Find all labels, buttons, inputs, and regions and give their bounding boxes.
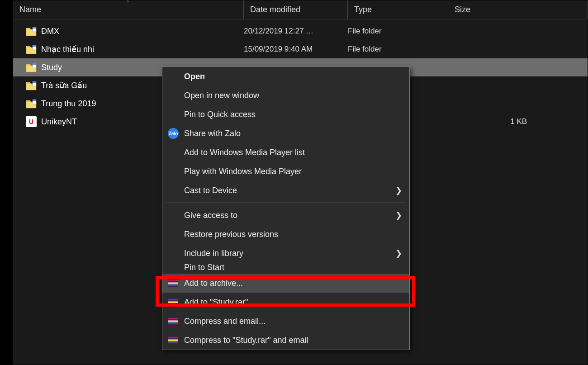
menu-label: Open in new window bbox=[184, 91, 259, 100]
menu-label: Pin to Start bbox=[184, 263, 224, 272]
context-menu-item-partial[interactable]: Pin to Start bbox=[162, 263, 409, 274]
svg-rect-21 bbox=[168, 318, 178, 319]
context-menu-item[interactable]: Open bbox=[162, 67, 409, 86]
svg-rect-13 bbox=[168, 283, 178, 284]
svg-rect-18 bbox=[168, 302, 178, 303]
context-menu-item[interactable]: Compress and email... bbox=[162, 312, 409, 331]
submenu-arrow-icon: ❯ bbox=[395, 248, 402, 258]
menu-label: Restore previous versions bbox=[184, 230, 278, 239]
context-menu-item[interactable]: Play with Windows Media Player bbox=[162, 162, 409, 181]
menu-label: Add to archive... bbox=[184, 279, 243, 288]
file-name: ĐMX bbox=[41, 27, 59, 36]
context-menu-item[interactable]: Cast to Device❯ bbox=[162, 181, 409, 200]
menu-label: Give access to bbox=[184, 211, 237, 220]
svg-rect-24 bbox=[168, 322, 178, 323]
file-row[interactable]: ĐMX20/12/2019 12:27 …File folder bbox=[13, 22, 588, 40]
zalo-icon: Zalo bbox=[167, 128, 180, 139]
svg-rect-23 bbox=[168, 321, 178, 322]
context-menu-item[interactable]: Add to "Study.rar" bbox=[162, 293, 409, 312]
col-header-date[interactable]: Date modified bbox=[244, 0, 348, 19]
menu-label: Pin to Quick access bbox=[184, 110, 256, 119]
winrar-icon bbox=[167, 317, 180, 326]
folder-icon bbox=[26, 99, 37, 109]
context-menu-item[interactable]: Pin to Quick access bbox=[162, 105, 409, 124]
svg-rect-12 bbox=[168, 282, 178, 283]
menu-label: Include in library bbox=[184, 249, 243, 258]
svg-rect-16 bbox=[168, 299, 178, 300]
svg-rect-14 bbox=[168, 284, 178, 285]
menu-label: Play with Windows Media Player bbox=[184, 167, 302, 176]
folder-icon bbox=[26, 81, 37, 90]
file-type: File folder bbox=[348, 45, 448, 54]
file-date: 20/12/2019 12:27 … bbox=[244, 27, 348, 36]
folder-icon bbox=[26, 44, 37, 54]
svg-rect-22 bbox=[168, 320, 178, 321]
file-name: Nhạc thiếu nhi bbox=[41, 44, 94, 54]
col-header-size[interactable]: Size bbox=[448, 0, 588, 19]
context-menu-item[interactable]: Restore previous versions bbox=[162, 225, 409, 244]
context-menu-item[interactable]: Add to Windows Media Player list bbox=[162, 143, 409, 162]
file-name: Study bbox=[41, 63, 62, 72]
column-headers: ˄ Name Date modified Type Size bbox=[13, 0, 588, 19]
svg-rect-26 bbox=[168, 337, 178, 338]
svg-rect-29 bbox=[168, 341, 178, 342]
file-type: File folder bbox=[348, 27, 448, 36]
file-size: 1 KB bbox=[448, 117, 588, 126]
folder-icon bbox=[26, 26, 37, 36]
context-menu-item[interactable]: Add to archive... bbox=[162, 274, 409, 293]
context-menu-item[interactable]: ZaloShare with Zalo bbox=[162, 124, 409, 143]
context-menu-item[interactable]: Open in new window bbox=[162, 86, 409, 105]
svg-rect-3 bbox=[33, 45, 36, 47]
file-row[interactable]: Nhạc thiếu nhi15/09/2019 9:40 AMFile fol… bbox=[13, 40, 588, 58]
menu-label: Add to Windows Media Player list bbox=[184, 148, 305, 157]
svg-rect-17 bbox=[168, 301, 178, 302]
menu-label: Share with Zalo bbox=[184, 129, 241, 138]
menu-label: Cast to Device bbox=[184, 186, 237, 195]
svg-rect-7 bbox=[33, 81, 36, 83]
col-header-type[interactable]: Type bbox=[348, 0, 448, 19]
menu-label: Compress to "Study.rar" and email bbox=[184, 336, 308, 345]
file-date: 15/09/2019 9:40 AM bbox=[244, 45, 348, 54]
svg-rect-9 bbox=[33, 100, 36, 101]
winrar-icon bbox=[167, 279, 180, 288]
winrar-icon bbox=[167, 336, 180, 345]
submenu-arrow-icon: ❯ bbox=[395, 185, 402, 195]
winrar-icon bbox=[167, 298, 180, 307]
context-menu-item[interactable]: Give access to❯ bbox=[162, 206, 409, 225]
file-name: UnikeyNT bbox=[41, 117, 77, 127]
file-name: Trà sữa Gấu bbox=[41, 81, 87, 90]
svg-rect-11 bbox=[168, 280, 178, 281]
context-menu-separator bbox=[166, 203, 406, 203]
svg-rect-27 bbox=[168, 339, 178, 340]
svg-rect-5 bbox=[33, 63, 36, 65]
menu-label: Open bbox=[184, 72, 205, 81]
context-menu-item[interactable]: Include in library❯ bbox=[162, 244, 409, 263]
svg-rect-1 bbox=[33, 27, 36, 28]
svg-rect-28 bbox=[168, 340, 178, 341]
svg-rect-19 bbox=[168, 303, 178, 304]
context-menu-item[interactable]: Compress to "Study.rar" and email bbox=[162, 331, 409, 350]
menu-label: Compress and email... bbox=[184, 317, 266, 326]
file-name: Trung thu 2019 bbox=[41, 99, 96, 109]
submenu-arrow-icon: ❯ bbox=[395, 210, 402, 220]
context-menu: OpenOpen in new windowPin to Quick acces… bbox=[162, 66, 410, 350]
folder-icon bbox=[26, 62, 37, 72]
sort-indicator-icon: ˄ bbox=[126, 0, 129, 7]
menu-label: Add to "Study.rar" bbox=[184, 298, 248, 307]
app-icon: U bbox=[26, 116, 37, 127]
